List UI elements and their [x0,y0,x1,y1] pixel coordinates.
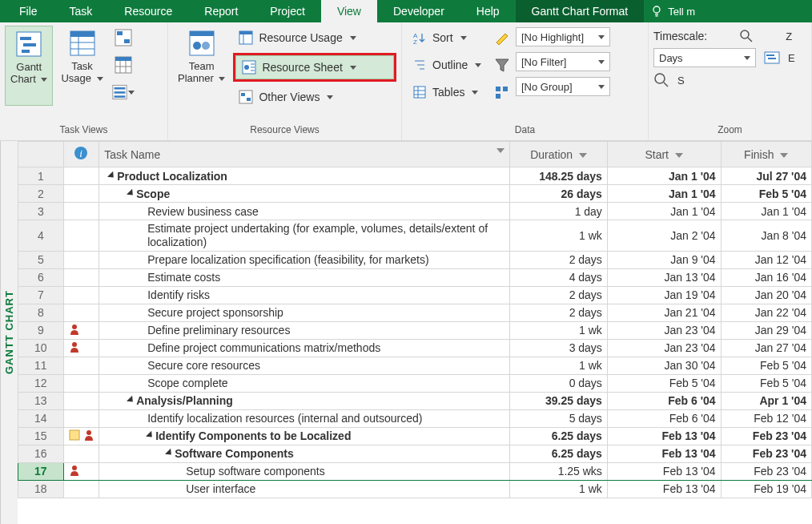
gantt-sidebar-label[interactable]: GANTT CHART [0,141,18,524]
table-row[interactable]: 4Estimate project undertaking (for examp… [18,220,812,252]
table-row[interactable]: 8Secure project sponsorship2 daysJan 21 … [18,304,812,321]
team-planner-button[interactable]: TeamPlanner [173,26,230,106]
task-name-cell[interactable]: Estimate costs [99,268,510,286]
start-cell[interactable]: Jan 30 '04 [607,357,721,374]
task-name-cell[interactable]: User interface [99,480,510,498]
row-number[interactable]: 3 [18,203,64,220]
duration-cell[interactable]: 1.25 wks [510,462,607,480]
finish-cell[interactable]: Jan 27 '04 [721,339,811,357]
entire-project-icon[interactable] [764,50,780,66]
tell-me[interactable]: Tell m [644,0,701,22]
other-views-button[interactable]: Other Views [233,85,396,109]
task-name-cell[interactable]: Define preliminary resources [99,321,510,339]
table-row[interactable]: 14Identify localization resources (inter… [18,409,812,427]
table-row[interactable]: 13Analysis/Planning39.25 daysFeb 6 '04Ap… [18,392,812,409]
resource-sheet-button[interactable]: Resource Sheet [235,55,394,79]
row-number[interactable]: 6 [18,268,64,286]
start-cell[interactable]: Jan 1 '04 [607,203,721,220]
start-cell[interactable]: Jan 19 '04 [607,286,721,304]
duration-cell[interactable]: 3 days [510,339,607,357]
outline-button[interactable]: Outline [407,53,487,77]
row-number[interactable]: 18 [18,480,64,498]
header-task-name[interactable]: Task Name [99,142,510,167]
task-name-cell[interactable]: Secure project sponsorship [99,304,510,321]
duration-cell[interactable]: 2 days [510,304,607,321]
tab-report[interactable]: Report [188,0,254,22]
duration-cell[interactable]: 1 day [510,203,607,220]
start-cell[interactable]: Jan 2 '04 [607,220,721,252]
duration-cell[interactable]: 6.25 days [510,427,607,445]
row-number[interactable]: 1 [18,167,64,185]
duration-cell[interactable]: 5 days [510,409,607,427]
finish-cell[interactable]: Feb 19 '04 [721,480,811,498]
zoom-icon[interactable] [739,29,754,43]
task-name-cell[interactable]: Prepare localization specification (feas… [99,251,510,268]
start-cell[interactable]: Jan 1 '04 [607,167,721,185]
table-row[interactable]: 12Scope complete0 daysFeb 5 '04Feb 5 '04 [18,374,812,392]
start-cell[interactable]: Feb 13 '04 [607,462,721,480]
duration-cell[interactable]: 1 wk [510,480,607,498]
tab-view[interactable]: View [321,0,377,22]
table-row[interactable]: 5Prepare localization specification (fea… [18,251,812,268]
duration-cell[interactable]: 0 days [510,374,607,392]
finish-cell[interactable]: Jan 16 '04 [721,268,811,286]
finish-cell[interactable]: Feb 12 '04 [721,409,811,427]
table-row[interactable]: 16Software Components6.25 daysFeb 13 '04… [18,445,812,462]
duration-cell[interactable]: 39.25 days [510,392,607,409]
row-number[interactable]: 5 [18,251,64,268]
network-diagram-button[interactable] [111,26,135,50]
start-cell[interactable]: Feb 13 '04 [607,480,721,498]
task-name-cell[interactable]: Review business case [99,203,510,220]
finish-cell[interactable]: Jan 12 '04 [721,251,811,268]
header-start[interactable]: Start [607,142,721,167]
row-number[interactable]: 12 [18,374,64,392]
row-number[interactable]: 10 [18,339,64,357]
task-name-cell[interactable]: Estimate project undertaking (for exampl… [99,220,510,252]
tab-help[interactable]: Help [460,0,516,22]
table-row[interactable]: 3Review business case1 dayJan 1 '04Jan 1… [18,203,812,220]
other-task-views-button[interactable] [111,80,135,104]
row-number[interactable]: 7 [18,286,64,304]
resource-usage-button[interactable]: Resource Usage [233,26,396,50]
start-cell[interactable]: Jan 23 '04 [607,321,721,339]
task-name-cell[interactable]: Identify localization resources (interna… [99,409,510,427]
tab-developer[interactable]: Developer [377,0,460,22]
table-row[interactable]: 17Setup software components1.25 wksFeb 1… [18,462,812,480]
task-name-cell[interactable]: Analysis/Planning [99,392,510,409]
table-row[interactable]: 1Product Localization148.25 daysJan 1 '0… [18,167,812,185]
finish-cell[interactable]: Feb 5 '04 [721,357,811,374]
duration-cell[interactable]: 2 days [510,286,607,304]
table-row[interactable]: 10Define project communications matrix/m… [18,339,812,357]
table-row[interactable]: 7Identify risks2 daysJan 19 '04Jan 20 '0… [18,286,812,304]
duration-cell[interactable]: 1 wk [510,357,607,374]
task-name-cell[interactable]: Software Components [99,445,510,462]
duration-cell[interactable]: 6.25 days [510,445,607,462]
start-cell[interactable]: Feb 6 '04 [607,392,721,409]
row-number[interactable]: 9 [18,321,64,339]
task-name-cell[interactable]: Scope [99,185,510,203]
selected-tasks-icon[interactable] [653,72,669,88]
finish-cell[interactable]: Jan 8 '04 [721,220,811,252]
table-row[interactable]: 15 Identify Components to be Localized6.… [18,427,812,445]
duration-cell[interactable]: 1 wk [510,220,607,252]
duration-cell[interactable]: 148.25 days [510,167,607,185]
finish-cell[interactable]: Jul 27 '04 [721,167,811,185]
row-number[interactable]: 17 [18,462,64,480]
timescale-combo[interactable]: Days [653,48,756,67]
finish-cell[interactable]: Feb 23 '04 [721,462,811,480]
table-row[interactable]: 6Estimate costs4 daysJan 13 '04Jan 16 '0… [18,268,812,286]
task-name-cell[interactable]: Identify risks [99,286,510,304]
task-name-cell[interactable]: Identify Components to be Localized [99,427,510,445]
task-name-cell[interactable]: Define project communications matrix/met… [99,339,510,357]
tab-resource[interactable]: Resource [108,0,188,22]
tab-task[interactable]: Task [54,0,109,22]
finish-cell[interactable]: Feb 23 '04 [721,445,811,462]
group-combo[interactable]: [No Group] [516,77,610,96]
duration-cell[interactable]: 26 days [510,185,607,203]
start-cell[interactable]: Jan 21 '04 [607,304,721,321]
calendar-button[interactable] [111,53,135,77]
header-rownum[interactable] [18,142,64,167]
start-cell[interactable]: Feb 13 '04 [607,445,721,462]
duration-cell[interactable]: 1 wk [510,321,607,339]
table-row[interactable]: 9Define preliminary resources1 wkJan 23 … [18,321,812,339]
